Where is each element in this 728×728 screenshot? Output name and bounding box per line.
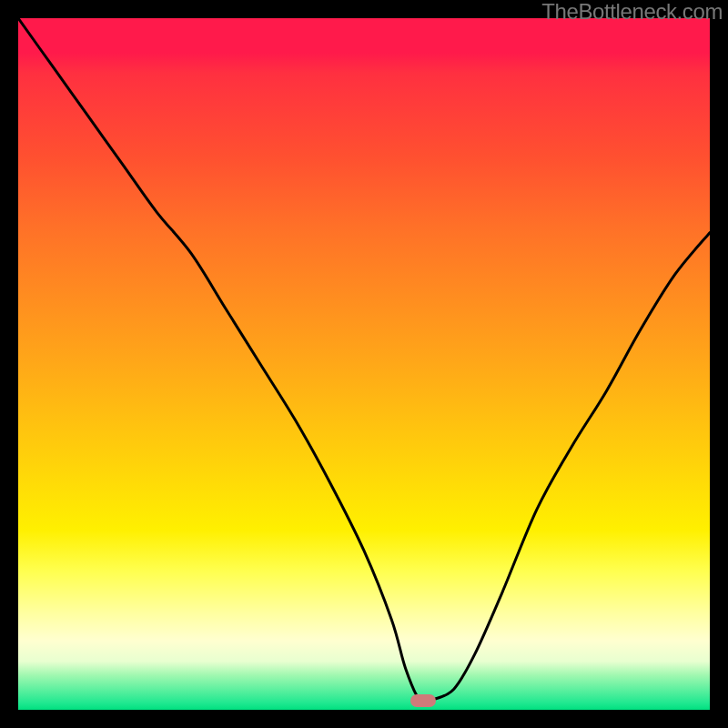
watermark-text: TheBottleneck.com: [541, 0, 723, 25]
bottleneck-curve: [18, 18, 710, 710]
chart-container: TheBottleneck.com: [0, 0, 728, 728]
plot-area: [18, 18, 710, 710]
optimal-marker: [410, 694, 436, 707]
